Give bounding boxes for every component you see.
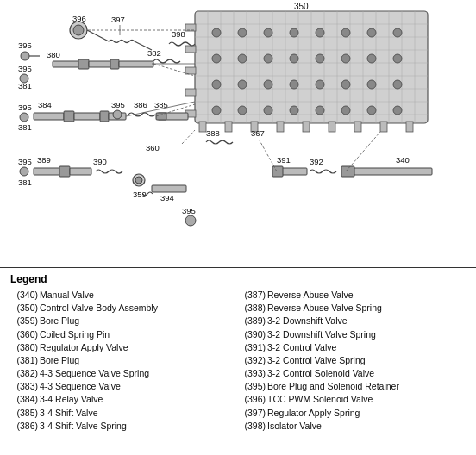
svg-point-52 <box>264 106 272 115</box>
legend-item: (385)3-4 Shift Valve <box>10 407 238 419</box>
svg-point-51 <box>238 106 247 115</box>
svg-point-41 <box>393 54 402 63</box>
legend-desc: Bore Plug <box>40 354 79 366</box>
legend-item: (360)Coiled Spring Pin <box>10 328 238 340</box>
svg-point-132 <box>185 215 196 226</box>
legend-desc: Bore Plug and Solenoid Retainer <box>267 380 399 392</box>
legend-area: Legend (340)Manual Valve(350)Control Val… <box>0 267 476 436</box>
svg-rect-114 <box>60 166 70 177</box>
svg-point-50 <box>212 106 221 115</box>
technical-diagram: 350 396 397 395 380 395 381 398 382 <box>9 3 467 265</box>
legend-item: (396)TCC PWM Solenoid Valve <box>238 393 466 405</box>
svg-rect-83 <box>78 59 89 69</box>
svg-rect-69 <box>185 67 196 74</box>
legend-item: (359)Bore Plug <box>10 315 238 327</box>
legend-num: (384) <box>10 393 38 405</box>
svg-text:360: 360 <box>146 143 160 153</box>
legend-desc: 3-4 Relay Valve <box>40 393 103 405</box>
svg-rect-63 <box>329 122 335 132</box>
legend-col-left: (340)Manual Valve(350)Control Valve Body… <box>10 289 238 433</box>
svg-point-53 <box>290 106 298 115</box>
svg-text:397: 397 <box>111 15 125 24</box>
legend-item: (384)3-4 Relay Valve <box>10 393 238 405</box>
svg-rect-85 <box>110 59 119 69</box>
svg-text:386: 386 <box>134 100 147 109</box>
legend-num: (382) <box>10 367 38 379</box>
svg-point-55 <box>341 106 350 115</box>
svg-rect-68 <box>185 46 196 53</box>
legend-item: (390)3-2 Downshift Valve Spring <box>238 328 466 340</box>
svg-point-103 <box>113 110 122 119</box>
svg-point-31 <box>341 28 350 37</box>
svg-text:382: 382 <box>147 48 161 58</box>
svg-rect-64 <box>354 122 361 132</box>
legend-desc: 3-2 Downshift Valve Spring <box>267 328 376 340</box>
legend-title: Legend <box>10 273 466 285</box>
svg-point-57 <box>393 106 402 115</box>
svg-rect-61 <box>277 122 284 132</box>
svg-point-46 <box>316 80 324 89</box>
legend-item: (350)Control Valve Body Assembly <box>10 302 238 314</box>
legend-desc: Regulator Apply Spring <box>267 407 360 419</box>
legend-num: (386) <box>10 420 38 432</box>
legend-item: (383)4-3 Sequence Valve <box>10 380 238 392</box>
legend-desc: Reverse Abuse Valve Spring <box>267 302 382 314</box>
svg-rect-59 <box>225 122 232 132</box>
legend-desc: 3-2 Control Valve Spring <box>267 354 366 366</box>
svg-point-45 <box>290 80 298 89</box>
svg-rect-98 <box>100 111 109 122</box>
legend-desc: 3-2 Control Valve <box>267 341 336 353</box>
svg-text:392: 392 <box>310 157 323 166</box>
legend-desc: Coiled Spring Pin <box>40 328 110 340</box>
legend-num: (390) <box>238 328 266 340</box>
svg-point-56 <box>367 106 376 115</box>
svg-text:381: 381 <box>18 122 32 132</box>
legend-desc: Control Valve Body Assembly <box>40 302 158 314</box>
legend-num: (380) <box>10 341 38 353</box>
legend-desc: 4-3 Sequence Valve <box>40 380 121 392</box>
legend-item: (397)Regulator Apply Spring <box>238 407 466 419</box>
svg-point-36 <box>264 54 272 63</box>
svg-point-79 <box>21 52 29 60</box>
svg-text:395: 395 <box>18 41 32 50</box>
legend-item: (381)Bore Plug <box>10 354 238 366</box>
legend-num: (396) <box>238 393 266 405</box>
legend-item: (386)3-4 Shift Valve Spring <box>10 420 238 432</box>
svg-text:394: 394 <box>160 193 174 203</box>
legend-item: (391)3-2 Control Valve <box>238 341 466 353</box>
svg-text:367: 367 <box>251 128 265 138</box>
svg-point-38 <box>316 54 324 63</box>
legend-num: (350) <box>10 302 38 314</box>
svg-point-34 <box>212 54 221 63</box>
svg-line-136 <box>260 140 277 171</box>
svg-text:391: 391 <box>277 155 291 165</box>
legend-desc: Regulator Apply Valve <box>40 341 128 353</box>
svg-rect-82 <box>53 61 78 67</box>
svg-point-39 <box>341 54 350 63</box>
svg-rect-95 <box>34 113 64 120</box>
svg-text:396: 396 <box>72 14 86 23</box>
svg-text:381: 381 <box>18 178 32 187</box>
svg-text:381: 381 <box>18 81 32 90</box>
svg-point-29 <box>290 28 298 37</box>
svg-point-43 <box>238 80 247 89</box>
legend-col-right: (387)Reverse Abuse Valve(388)Reverse Abu… <box>238 289 466 433</box>
legend-item: (380)Regulator Apply Valve <box>10 341 238 353</box>
legend-item: (382)4-3 Sequence Valve Spring <box>10 367 238 379</box>
svg-rect-97 <box>74 113 100 120</box>
svg-point-40 <box>367 54 376 63</box>
svg-rect-84 <box>89 61 110 67</box>
svg-point-54 <box>316 106 324 115</box>
legend-num: (397) <box>238 407 266 419</box>
svg-point-94 <box>20 113 28 122</box>
svg-point-49 <box>393 80 402 89</box>
svg-line-74 <box>87 30 109 41</box>
legend-desc: Manual Valve <box>40 289 94 301</box>
svg-rect-58 <box>199 122 206 132</box>
svg-point-26 <box>212 28 221 37</box>
svg-line-135 <box>182 130 195 144</box>
legend-desc: TCC PWM Solenoid Valve <box>267 393 373 405</box>
svg-point-120 <box>135 177 142 184</box>
legend-num: (395) <box>238 380 266 392</box>
legend-columns: (340)Manual Valve(350)Control Valve Body… <box>10 289 466 433</box>
